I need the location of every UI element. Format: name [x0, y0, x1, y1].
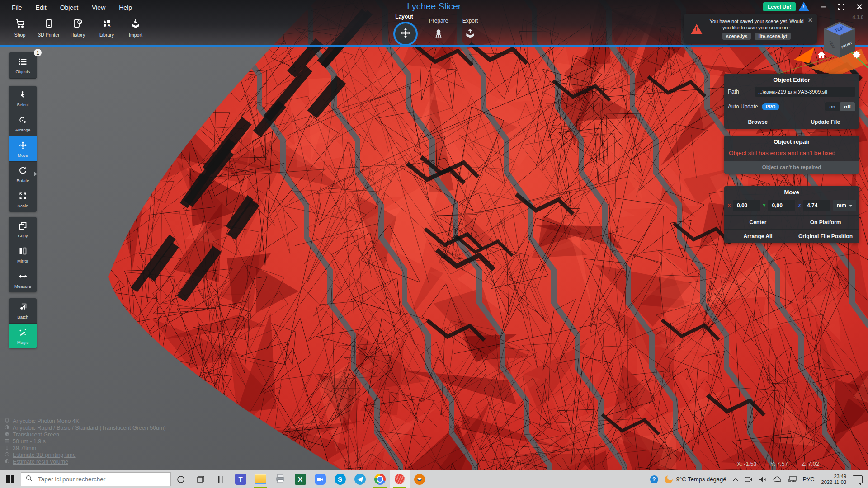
sidebar-item-batch[interactable]: Batch: [9, 298, 37, 324]
move-z-input[interactable]: 4,74: [803, 200, 830, 211]
path-value-field[interactable]: ...\кама-219 для УАЗ-3909.stl: [755, 87, 855, 97]
sidebar-item-objects[interactable]: Objects: [9, 52, 37, 79]
history-button[interactable]: History: [63, 16, 92, 39]
save-lite-scene-lyt-button[interactable]: lite-scene.lyt: [755, 33, 791, 40]
object-editor-panel: Object Editor Path ...\кама-219 для УАЗ-…: [724, 74, 859, 129]
estimate-print-time-link[interactable]: Estimate 3D printing time: [13, 452, 76, 459]
sidebar-item-move[interactable]: Move: [9, 136, 37, 162]
cortana-button[interactable]: [171, 470, 191, 488]
move-y-input[interactable]: 0,00: [768, 200, 795, 211]
maximize-button[interactable]: [835, 2, 847, 12]
toast-close-icon[interactable]: ✕: [808, 17, 813, 23]
taskbar-app-explorer[interactable]: [250, 470, 270, 488]
menu-help[interactable]: Help: [114, 3, 137, 13]
taskbar-search[interactable]: [21, 472, 171, 486]
network-icon[interactable]: [785, 470, 800, 488]
axis-z-label: Z: [797, 203, 802, 208]
objects-list-icon: [18, 57, 28, 68]
weather-button[interactable]: 9°C Temps dégagé: [661, 470, 730, 488]
move-x-input[interactable]: 0,00: [733, 200, 760, 211]
taskbar-app-printer[interactable]: [270, 470, 290, 488]
on-platform-button[interactable]: On Platform: [792, 216, 859, 229]
menu-object[interactable]: Object: [56, 3, 83, 13]
model-height: 39.78mm: [13, 445, 36, 452]
repair-error-text: Object still has errors and can't be fix…: [724, 147, 859, 161]
sidebar-item-measure[interactable]: Measure: [9, 267, 37, 292]
tab-export[interactable]: Export: [456, 18, 485, 41]
pinned-app-bars[interactable]: [211, 470, 231, 488]
toast-line2: you like to save your scene in :: [707, 24, 806, 31]
tab-layout-button[interactable]: [393, 22, 418, 46]
weather-label: Temps dégagé: [688, 476, 726, 483]
taskbar-app-blender[interactable]: [410, 470, 429, 488]
onedrive-icon[interactable]: [770, 470, 785, 488]
original-file-position-button[interactable]: Original File Position: [792, 229, 859, 243]
taskbar-app-teams[interactable]: T: [231, 470, 250, 488]
library-button[interactable]: A Library: [92, 16, 121, 39]
auto-update-on-button[interactable]: on: [825, 102, 840, 111]
level-up-button[interactable]: Level Up!: [763, 2, 796, 11]
repair-disabled-button[interactable]: Object can't be repaired: [724, 161, 859, 174]
scale-icon: [18, 191, 28, 202]
minimize-button[interactable]: [817, 2, 829, 12]
taskbar-app-skype[interactable]: S: [330, 470, 350, 488]
shop-button[interactable]: Shop: [5, 16, 34, 39]
language-button[interactable]: РУС: [800, 470, 818, 488]
search-input[interactable]: [37, 475, 147, 483]
explorer-icon: [255, 474, 266, 484]
import-button[interactable]: Import: [121, 16, 150, 39]
home-view-button[interactable]: [816, 50, 826, 63]
center-button[interactable]: Center: [724, 216, 792, 229]
browse-button[interactable]: Browse: [724, 115, 792, 129]
date-label: 2022-11-03: [821, 479, 846, 485]
update-file-button[interactable]: Update File: [792, 115, 859, 129]
help-tray-button[interactable]: ?: [647, 470, 661, 488]
sidebar-item-arrange[interactable]: Arrange: [9, 111, 37, 136]
coord-z: Z: 7.02: [802, 461, 819, 467]
sidebar-item-copy[interactable]: Copy: [9, 217, 37, 242]
taskbar-app-lychee[interactable]: [390, 470, 410, 488]
sidebar-item-select[interactable]: Select: [9, 86, 37, 111]
taskbar-app-telegram[interactable]: [350, 470, 370, 488]
settings-gear-button[interactable]: [852, 50, 862, 63]
arrange-all-button[interactable]: Arrange All: [724, 229, 792, 243]
magic-wand-icon: [18, 328, 28, 339]
save-scene-lys-button[interactable]: scene.lys: [722, 33, 751, 40]
3d-printer-button[interactable]: 3D Printer: [34, 16, 63, 39]
measure-label: Measure: [14, 284, 31, 289]
unit-dropdown[interactable]: mm: [833, 200, 856, 211]
menu-edit[interactable]: Edit: [31, 3, 51, 13]
menu-view[interactable]: View: [87, 3, 110, 13]
tab-prepare[interactable]: Prepare: [423, 18, 454, 41]
sidebar-item-rotate[interactable]: Rotate: [9, 162, 37, 187]
3d-viewport[interactable]: [0, 0, 868, 488]
volume-muted-icon[interactable]: [756, 470, 770, 488]
clock-button[interactable]: 23:49 2022-11-03: [818, 474, 850, 485]
hidden-icons-button[interactable]: [730, 470, 741, 488]
auto-update-toggle: on off: [825, 102, 855, 111]
blender-icon: [414, 474, 425, 485]
sidebar-item-magic[interactable]: Magic: [9, 324, 37, 348]
menu-file[interactable]: File: [7, 3, 27, 13]
action-center-button[interactable]: [853, 475, 863, 483]
lychee-slicer-window: File Edit Object View Help Lychee Slicer…: [0, 0, 868, 488]
start-button[interactable]: [0, 470, 21, 488]
taskbar-app-zoom[interactable]: [310, 470, 330, 488]
batch-tools-group: Batch Magic: [9, 298, 37, 348]
estimate-resin-volume-link[interactable]: Estimate resin volume: [13, 459, 68, 465]
auto-update-off-button[interactable]: off: [840, 102, 855, 111]
meet-now-icon[interactable]: [741, 470, 756, 488]
coord-y: Y: 7.57: [770, 461, 788, 467]
close-button[interactable]: [854, 2, 865, 12]
taskbar-app-chrome[interactable]: [370, 470, 390, 488]
warning-triangle-icon[interactable]: [798, 2, 809, 11]
measure-icon: [18, 272, 28, 283]
taskbar-app-excel[interactable]: X: [290, 470, 310, 488]
lychee-icon: [395, 474, 405, 484]
task-view-button[interactable]: [191, 470, 211, 488]
rotate-submenu-arrow-icon[interactable]: [34, 172, 37, 176]
sidebar-item-mirror[interactable]: Mirror: [9, 242, 37, 267]
import-label: Import: [129, 32, 142, 38]
tab-layout[interactable]: Layout: [388, 14, 420, 20]
sidebar-item-scale[interactable]: Scale: [9, 187, 37, 212]
